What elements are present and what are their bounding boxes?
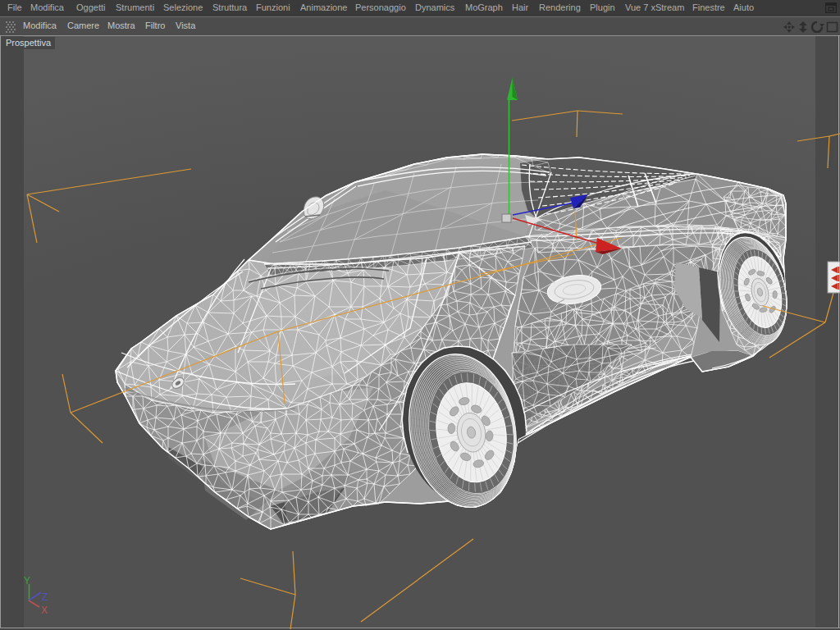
svg-text:X: X bbox=[41, 605, 48, 616]
svg-text:Z: Z bbox=[42, 591, 48, 603]
svg-text:Y: Y bbox=[24, 575, 30, 587]
